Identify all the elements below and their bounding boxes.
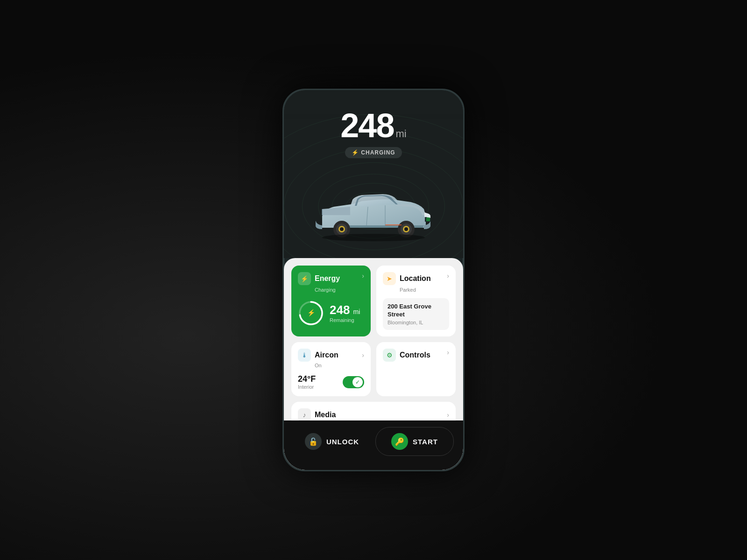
controls-card-header: ⚙ Controls › (383, 349, 449, 362)
aircon-icon-wrapper: 🌡 (298, 349, 311, 362)
unlock-icon-wrapper: 🔓 (305, 433, 322, 450)
media-chevron-icon: › (447, 411, 449, 419)
mileage-number: 248 (340, 109, 394, 142)
location-card[interactable]: ➤ Location › Parked 200 East Grove Stree… (376, 266, 456, 336)
address-box: 200 East Grove Street Bloomington, IL (383, 298, 449, 330)
aircon-interior-label: Interior (298, 384, 316, 390)
energy-card-header: ⚡ Energy › (298, 272, 364, 285)
controls-icon-wrapper: ⚙ (383, 349, 396, 362)
svg-rect-15 (426, 217, 430, 221)
location-title: Location (400, 274, 431, 283)
energy-header-left: ⚡ Energy (298, 272, 340, 285)
aircon-toggle[interactable]: ✓ (343, 376, 364, 388)
controls-sliders-icon: ⚙ (387, 351, 393, 359)
lock-icon: 🔓 (309, 437, 318, 446)
svg-point-18 (322, 234, 425, 241)
action-bar: 🔓 UNLOCK 🔑 START (284, 420, 463, 470)
energy-circle-progress: ⚡ (298, 300, 324, 326)
unlock-label: UNLOCK (326, 438, 359, 446)
media-left: ♪ Media (298, 408, 336, 421)
aircon-temp-row: 24°F Interior ✓ (298, 375, 364, 390)
media-icon-wrapper: ♪ (298, 408, 311, 421)
aircon-title: Aircon (315, 351, 338, 359)
aircon-temp-display: 24°F Interior (298, 375, 316, 390)
start-icon-wrapper: 🔑 (391, 433, 408, 450)
location-header-left: ➤ Location (383, 272, 431, 285)
energy-miles-number: 248 mi (330, 303, 360, 317)
music-note-icon: ♪ (303, 411, 306, 419)
charging-label: CHARGING (361, 149, 395, 156)
svg-point-10 (404, 227, 408, 231)
location-subtitle: Parked (400, 287, 449, 293)
cards-grid: ⚡ Energy › Charging ⚡ (291, 266, 456, 396)
svg-text:⚡: ⚡ (307, 309, 316, 317)
unlock-button[interactable]: 🔓 UNLOCK (293, 427, 371, 456)
controls-chevron-icon: › (447, 349, 449, 356)
location-icon-wrapper: ➤ (383, 272, 396, 285)
thermometer-icon: 🌡 (301, 351, 308, 359)
svg-point-14 (340, 227, 344, 231)
energy-bolt-icon: ⚡ (301, 275, 308, 282)
screen: 248 mi ⚡ CHARGING (284, 90, 463, 470)
energy-card[interactable]: ⚡ Energy › Charging ⚡ (291, 266, 371, 336)
energy-chevron-icon: › (362, 272, 364, 280)
energy-main: ⚡ 248 mi Remaining (298, 300, 364, 326)
energy-title: Energy (315, 274, 340, 283)
location-pin-icon: ➤ (387, 275, 392, 282)
aircon-temp-value: 24°F (298, 375, 316, 383)
bolt-icon: ⚡ (352, 149, 359, 156)
start-button[interactable]: 🔑 START (375, 427, 454, 456)
controls-card[interactable]: ⚙ Controls › (376, 342, 456, 396)
top-section: 248 mi ⚡ CHARGING (284, 90, 463, 258)
location-card-header: ➤ Location › (383, 272, 449, 285)
aircon-header-left: 🌡 Aircon (298, 349, 338, 362)
energy-miles-display: 248 mi (330, 304, 360, 316)
key-icon: 🔑 (395, 437, 404, 446)
energy-stats: 248 mi Remaining (330, 304, 360, 323)
aircon-card[interactable]: 🌡 Aircon › On 24°F Interior (291, 342, 371, 396)
media-title: Media (315, 411, 336, 419)
toggle-knob: ✓ (352, 377, 363, 387)
phone-shell: 248 mi ⚡ CHARGING (282, 89, 465, 471)
address-city: Bloomington, IL (388, 320, 444, 325)
car-area (284, 165, 463, 258)
mileage-display: 248 mi ⚡ CHARGING (284, 109, 463, 158)
energy-icon-wrapper: ⚡ (298, 272, 311, 285)
mileage-unit: mi (395, 128, 406, 140)
aircon-header: 🌡 Aircon › (298, 349, 364, 362)
energy-subtitle: Charging (315, 287, 364, 293)
aircon-chevron-icon: › (362, 351, 364, 359)
location-chevron-icon: › (447, 272, 449, 280)
start-label: START (413, 438, 438, 446)
side-button[interactable] (463, 183, 465, 211)
controls-title: Controls (400, 351, 430, 359)
address-line1: 200 East Grove Street (388, 303, 444, 319)
charging-badge: ⚡ CHARGING (345, 147, 402, 158)
controls-header-left: ⚙ Controls (383, 349, 430, 362)
car-image (308, 183, 439, 258)
aircon-subtitle: On (315, 363, 364, 368)
toggle-background: ✓ (343, 376, 364, 388)
energy-remaining-label: Remaining (330, 317, 360, 323)
mileage-row: 248 mi (340, 109, 406, 142)
